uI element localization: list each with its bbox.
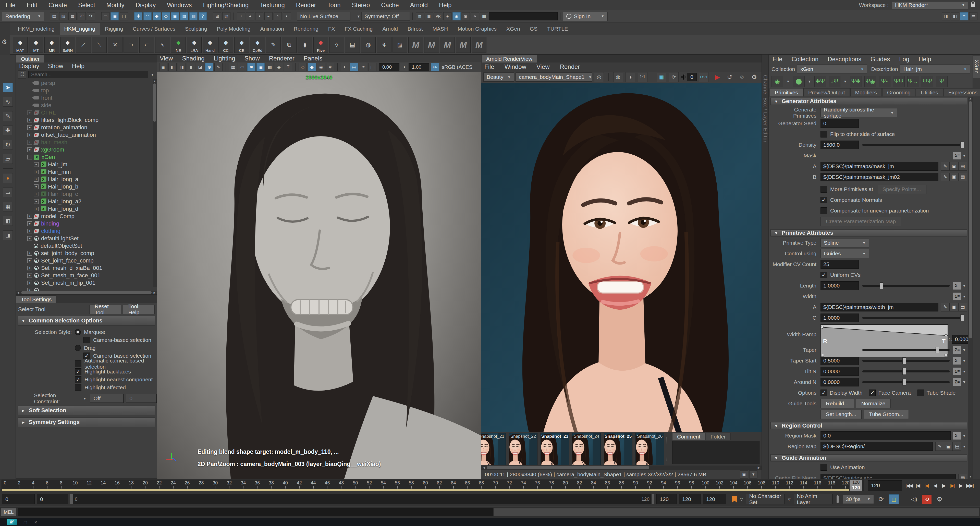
- around-n-field[interactable]: 0.0000: [821, 378, 859, 386]
- step-forward-key-button[interactable]: ▶|: [948, 480, 957, 491]
- xgen-add-primitives-icon[interactable]: ✚Ψ: [815, 76, 826, 87]
- menu-render[interactable]: Render: [290, 2, 322, 9]
- outliner-item-clipped[interactable]: +: [17, 286, 157, 291]
- reset-tool-button[interactable]: Reset Tool: [89, 305, 121, 314]
- timeline-tick-34[interactable]: 34: [242, 480, 245, 488]
- menu-viewport-shading[interactable]: Shading: [182, 55, 205, 62]
- timeline-tick-88[interactable]: 88: [620, 480, 623, 488]
- playback-loop-icon[interactable]: ⟳: [877, 494, 886, 504]
- expand-toggle-icon[interactable]: +: [34, 192, 38, 196]
- timeline-tick-68[interactable]: 68: [479, 480, 483, 488]
- symmetry-field[interactable]: Symmetry: Off: [361, 12, 410, 21]
- width-ramp-widget[interactable]: R T: [821, 324, 948, 358]
- taskbar-close-icon[interactable]: ✕: [34, 520, 37, 525]
- timeline-tick-0[interactable]: 0: [3, 480, 7, 488]
- expand-toggle-icon[interactable]: +: [27, 236, 32, 241]
- new-scene-icon[interactable]: ▤: [50, 12, 58, 21]
- render-view-icon[interactable]: ▥: [416, 12, 424, 21]
- outliner-tab[interactable]: Outliner: [16, 55, 45, 62]
- xgen-preview-icon-dropdown[interactable]: ▼: [807, 79, 812, 83]
- shelf-tab-rendering[interactable]: Rendering: [289, 23, 323, 35]
- debug-shading-field[interactable]: 0: [687, 73, 697, 81]
- timeline-tick-106[interactable]: 106: [746, 480, 749, 488]
- highlight-selection-icon[interactable]: ▧: [222, 12, 231, 21]
- mask-a-path-field[interactable]: ${DESC}/paintmaps/mask_jm: [821, 162, 939, 171]
- layout-persp-outliner-icon[interactable]: ◧: [3, 216, 13, 226]
- noise-check-icon[interactable]: ◍: [613, 72, 623, 82]
- menu-renderview-file[interactable]: File: [484, 63, 494, 70]
- timeline-tick-8[interactable]: 8: [59, 480, 63, 488]
- menu-display[interactable]: Display: [130, 2, 161, 9]
- shelf-tab-xgen[interactable]: XGen: [502, 23, 525, 35]
- snapshot-camera-icon[interactable]: ▣: [740, 470, 748, 478]
- highlight-nearest-component-check[interactable]: [75, 376, 81, 383]
- timeline-tick-100[interactable]: 100: [704, 480, 708, 488]
- viewport-canvas[interactable]: 2800x3840 Editing blend shape target: mo…: [157, 72, 481, 479]
- snapshot-splitter-handle[interactable]: [666, 437, 670, 461]
- select-object-icon[interactable]: ▣: [110, 12, 119, 21]
- taper-expression-icon[interactable]: Σ=: [953, 346, 961, 354]
- expand-toggle-icon[interactable]: +: [27, 140, 32, 145]
- step-back-key-button[interactable]: |◀: [922, 480, 931, 491]
- paint-select-tool-icon[interactable]: ✎: [3, 111, 13, 121]
- shelf-item-sarn[interactable]: ◆SaRN: [60, 37, 75, 53]
- xgen-lock-guides-icon[interactable]: Ψ▪: [879, 76, 891, 87]
- xgen-vscrollbar[interactable]: ▲ ▼: [968, 97, 973, 479]
- width-expression-icon[interactable]: Σ=: [953, 292, 961, 300]
- parent-icon[interactable]: ⊃: [124, 37, 138, 53]
- timeline-tick-48[interactable]: 48: [339, 480, 343, 488]
- outliner-item-side[interactable]: side: [17, 102, 157, 109]
- menu-renderview-view[interactable]: View: [536, 63, 550, 70]
- zoom-1to1-button[interactable]: 1:1: [638, 72, 648, 82]
- length-field[interactable]: 1.0000: [821, 281, 859, 290]
- mask-b-folder-icon[interactable]: ▤: [958, 173, 967, 181]
- outliner-item-set-mesh-m-lip-001[interactable]: +Set_mesh_m_lip_001: [17, 279, 157, 286]
- menu-viewport-lighting[interactable]: Lighting: [214, 55, 235, 62]
- modeling-toolkit-icon[interactable]: ⬒: [969, 12, 977, 21]
- soft-selection-header[interactable]: ►Soft Selection: [18, 405, 155, 415]
- blendshape-icon[interactable]: ▤: [345, 37, 360, 53]
- expand-toggle-icon[interactable]: +: [34, 162, 38, 167]
- move-tool-icon[interactable]: ✚: [3, 126, 13, 135]
- snapshot-snapshot-23[interactable]: Snapshot_23: [541, 433, 569, 465]
- primitive-type-dropdown[interactable]: Spline: [821, 238, 869, 248]
- menu-toon[interactable]: Toon: [321, 2, 346, 9]
- outliner-item-top[interactable]: top: [17, 87, 157, 94]
- current-frame-field[interactable]: 120: [868, 480, 902, 491]
- shelf-gear-icon[interactable]: ⚙: [2, 38, 7, 45]
- outliner-item-hair-long-c[interactable]: +Hair_long_c: [17, 190, 157, 198]
- outliner-item-set-joint-face-comp[interactable]: +Set_joint_face_comp: [17, 257, 157, 264]
- menu-xgen-collection[interactable]: Collection: [792, 56, 818, 63]
- mask-dropdown-icon[interactable]: ▼: [961, 154, 967, 157]
- aov-dropdown[interactable]: Beauty: [484, 72, 514, 82]
- timeline-tick-22[interactable]: 22: [158, 480, 161, 488]
- safe-action-icon[interactable]: ◈: [275, 63, 283, 71]
- menu-windows[interactable]: Windows: [161, 2, 197, 9]
- marquee-radio[interactable]: [75, 329, 81, 335]
- timeline-tick-16[interactable]: 16: [115, 480, 119, 488]
- cluster-icon[interactable]: ◍: [361, 37, 375, 53]
- hypershade-icon[interactable]: ◐: [283, 12, 291, 21]
- live-surface-field[interactable]: No Live Surface: [297, 12, 350, 21]
- scale-tool-icon[interactable]: ▱: [3, 154, 13, 164]
- shelf-tab-hkm-rigging[interactable]: HKM_rigging: [60, 23, 100, 35]
- expand-toggle-icon[interactable]: +: [27, 288, 32, 291]
- outliner-filter-icon[interactable]: ⛶: [18, 70, 26, 79]
- current-frame-marker[interactable]: 120 120: [850, 480, 862, 491]
- log-icon[interactable]: LOG: [699, 72, 708, 82]
- last-tool-icon[interactable]: ●: [3, 173, 13, 183]
- constraint-icon[interactable]: ✕: [108, 37, 123, 53]
- redo-icon[interactable]: ↷: [87, 12, 95, 21]
- timeline-tick-24[interactable]: 24: [172, 480, 175, 488]
- viewport-icon[interactable]: ▣: [462, 12, 470, 21]
- gamma-field[interactable]: 1.00: [409, 63, 429, 71]
- snapshot-expand-icon[interactable]: ▾: [749, 470, 757, 478]
- xgen-update-preview-icon-dropdown[interactable]: ▼: [842, 79, 848, 83]
- go-to-start-button[interactable]: |◀◀: [905, 480, 913, 491]
- xgen-tab-expressions[interactable]: Expressions: [943, 88, 980, 97]
- normalize-button[interactable]: Normalize: [856, 399, 891, 408]
- color-management-on-icon[interactable]: ON: [431, 63, 439, 71]
- shelf-item-rive[interactable]: ◆Rive: [313, 37, 328, 53]
- outliner-item-ctrl[interactable]: +CTRL: [17, 109, 157, 116]
- rotate-tool-icon[interactable]: ↻: [3, 140, 13, 149]
